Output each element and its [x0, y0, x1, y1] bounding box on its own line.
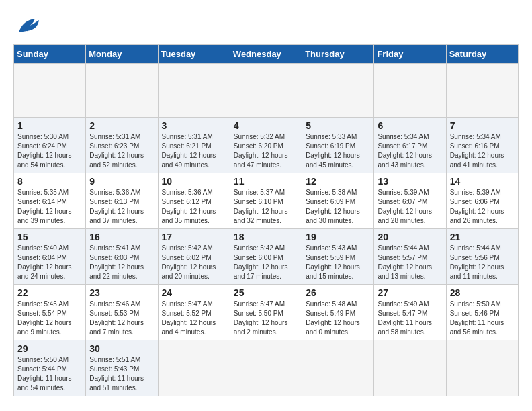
day-number: 24 — [162, 287, 226, 298]
day-cell: 25Sunrise: 5:47 AMSunset: 5:50 PMDayligh… — [230, 285, 302, 340]
day-info: Sunrise: 5:37 AMSunset: 6:10 PMDaylight:… — [234, 188, 298, 226]
weekday-header-thursday: Thursday — [302, 45, 374, 64]
page-header — [13, 13, 519, 38]
day-cell: 21Sunrise: 5:44 AMSunset: 5:56 PMDayligh… — [446, 229, 518, 285]
day-info: Sunrise: 5:39 AMSunset: 6:06 PMDaylight:… — [450, 188, 515, 226]
day-info: Sunrise: 5:50 AMSunset: 5:46 PMDaylight:… — [450, 300, 515, 337]
day-number: 9 — [89, 176, 154, 187]
day-cell: 5Sunrise: 5:33 AMSunset: 6:19 PMDaylight… — [302, 118, 374, 173]
day-number: 4 — [234, 120, 298, 131]
day-number: 25 — [234, 287, 298, 298]
logo — [13, 13, 44, 38]
day-info: Sunrise: 5:34 AMSunset: 6:17 PMDaylight:… — [378, 132, 442, 170]
empty-cell — [446, 64, 518, 118]
day-number: 20 — [378, 232, 442, 242]
empty-cell — [374, 340, 446, 396]
day-cell: 4Sunrise: 5:32 AMSunset: 6:20 PMDaylight… — [230, 118, 302, 173]
day-cell: 19Sunrise: 5:43 AMSunset: 5:59 PMDayligh… — [302, 229, 374, 285]
day-info: Sunrise: 5:51 AMSunset: 5:43 PMDaylight:… — [89, 355, 154, 393]
day-number: 28 — [450, 287, 515, 298]
day-cell: 22Sunrise: 5:45 AMSunset: 5:54 PMDayligh… — [14, 285, 86, 340]
empty-cell — [302, 340, 374, 396]
weekday-header-wednesday: Wednesday — [230, 45, 302, 64]
day-number: 21 — [450, 232, 515, 242]
day-number: 13 — [378, 176, 442, 187]
day-cell: 16Sunrise: 5:41 AMSunset: 6:03 PMDayligh… — [86, 229, 158, 285]
day-number: 6 — [378, 120, 442, 131]
day-cell: 6Sunrise: 5:34 AMSunset: 6:17 PMDaylight… — [374, 118, 446, 173]
day-info: Sunrise: 5:44 AMSunset: 5:57 PMDaylight:… — [378, 244, 442, 281]
day-cell: 30Sunrise: 5:51 AMSunset: 5:43 PMDayligh… — [86, 340, 158, 396]
empty-cell — [158, 340, 230, 396]
weekday-header-saturday: Saturday — [446, 45, 518, 64]
day-cell: 28Sunrise: 5:50 AMSunset: 5:46 PMDayligh… — [446, 285, 518, 340]
day-info: Sunrise: 5:38 AMSunset: 6:09 PMDaylight:… — [306, 188, 370, 226]
day-number: 19 — [306, 232, 370, 242]
weekday-header-sunday: Sunday — [14, 45, 86, 64]
empty-cell — [230, 64, 302, 118]
empty-cell — [302, 64, 374, 118]
calendar-header-row: SundayMondayTuesdayWednesdayThursdayFrid… — [14, 45, 519, 64]
day-cell: 3Sunrise: 5:31 AMSunset: 6:21 PMDaylight… — [158, 118, 230, 173]
day-cell: 14Sunrise: 5:39 AMSunset: 6:06 PMDayligh… — [446, 173, 518, 229]
day-number: 27 — [378, 287, 442, 298]
day-cell: 9Sunrise: 5:36 AMSunset: 6:13 PMDaylight… — [86, 173, 158, 229]
day-number: 30 — [89, 343, 154, 354]
calendar-week-row: 29Sunrise: 5:50 AMSunset: 5:44 PMDayligh… — [14, 340, 519, 396]
logo-bird-icon — [13, 13, 40, 38]
day-number: 14 — [450, 176, 515, 187]
day-info: Sunrise: 5:45 AMSunset: 5:54 PMDaylight:… — [17, 300, 82, 337]
day-info: Sunrise: 5:41 AMSunset: 6:03 PMDaylight:… — [89, 244, 154, 281]
day-cell: 2Sunrise: 5:31 AMSunset: 6:23 PMDaylight… — [86, 118, 158, 173]
calendar-table: SundayMondayTuesdayWednesdayThursdayFrid… — [13, 44, 519, 396]
day-info: Sunrise: 5:39 AMSunset: 6:07 PMDaylight:… — [378, 188, 442, 226]
day-cell: 17Sunrise: 5:42 AMSunset: 6:02 PMDayligh… — [158, 229, 230, 285]
day-number: 2 — [89, 120, 154, 131]
day-info: Sunrise: 5:49 AMSunset: 5:47 PMDaylight:… — [378, 300, 442, 337]
weekday-header-friday: Friday — [374, 45, 446, 64]
day-number: 5 — [306, 120, 370, 131]
day-number: 3 — [162, 120, 226, 131]
day-cell: 12Sunrise: 5:38 AMSunset: 6:09 PMDayligh… — [302, 173, 374, 229]
day-number: 16 — [89, 232, 154, 242]
day-number: 17 — [162, 232, 226, 242]
day-number: 11 — [234, 176, 298, 187]
day-info: Sunrise: 5:46 AMSunset: 5:53 PMDaylight:… — [89, 300, 154, 337]
day-info: Sunrise: 5:33 AMSunset: 6:19 PMDaylight:… — [306, 132, 370, 170]
day-cell: 7Sunrise: 5:34 AMSunset: 6:16 PMDaylight… — [446, 118, 518, 173]
weekday-header-tuesday: Tuesday — [158, 45, 230, 64]
day-cell: 8Sunrise: 5:35 AMSunset: 6:14 PMDaylight… — [14, 173, 86, 229]
day-cell: 27Sunrise: 5:49 AMSunset: 5:47 PMDayligh… — [374, 285, 446, 340]
day-info: Sunrise: 5:47 AMSunset: 5:52 PMDaylight:… — [162, 300, 226, 337]
empty-cell — [374, 64, 446, 118]
day-info: Sunrise: 5:31 AMSunset: 6:21 PMDaylight:… — [162, 132, 226, 170]
day-cell: 20Sunrise: 5:44 AMSunset: 5:57 PMDayligh… — [374, 229, 446, 285]
day-info: Sunrise: 5:47 AMSunset: 5:50 PMDaylight:… — [234, 300, 298, 337]
day-info: Sunrise: 5:31 AMSunset: 6:23 PMDaylight:… — [89, 132, 154, 170]
day-info: Sunrise: 5:36 AMSunset: 6:12 PMDaylight:… — [162, 188, 226, 226]
calendar-week-row: 8Sunrise: 5:35 AMSunset: 6:14 PMDaylight… — [14, 173, 519, 229]
day-cell: 26Sunrise: 5:48 AMSunset: 5:49 PMDayligh… — [302, 285, 374, 340]
day-number: 18 — [234, 232, 298, 242]
empty-cell — [158, 64, 230, 118]
day-cell: 15Sunrise: 5:40 AMSunset: 6:04 PMDayligh… — [14, 229, 86, 285]
day-number: 8 — [17, 176, 82, 187]
weekday-header-monday: Monday — [86, 45, 158, 64]
empty-cell — [14, 64, 86, 118]
day-number: 26 — [306, 287, 370, 298]
calendar-week-row: 15Sunrise: 5:40 AMSunset: 6:04 PMDayligh… — [14, 229, 519, 285]
day-info: Sunrise: 5:40 AMSunset: 6:04 PMDaylight:… — [17, 244, 82, 281]
day-info: Sunrise: 5:44 AMSunset: 5:56 PMDaylight:… — [450, 244, 515, 281]
day-info: Sunrise: 5:32 AMSunset: 6:20 PMDaylight:… — [234, 132, 298, 170]
day-info: Sunrise: 5:50 AMSunset: 5:44 PMDaylight:… — [17, 355, 82, 393]
day-cell: 13Sunrise: 5:39 AMSunset: 6:07 PMDayligh… — [374, 173, 446, 229]
day-cell: 29Sunrise: 5:50 AMSunset: 5:44 PMDayligh… — [14, 340, 86, 396]
day-number: 29 — [17, 343, 82, 354]
calendar-week-row — [14, 64, 519, 118]
day-number: 23 — [89, 287, 154, 298]
day-cell: 11Sunrise: 5:37 AMSunset: 6:10 PMDayligh… — [230, 173, 302, 229]
day-number: 10 — [162, 176, 226, 187]
day-info: Sunrise: 5:42 AMSunset: 6:00 PMDaylight:… — [234, 244, 298, 281]
day-cell: 18Sunrise: 5:42 AMSunset: 6:00 PMDayligh… — [230, 229, 302, 285]
day-cell: 10Sunrise: 5:36 AMSunset: 6:12 PMDayligh… — [158, 173, 230, 229]
